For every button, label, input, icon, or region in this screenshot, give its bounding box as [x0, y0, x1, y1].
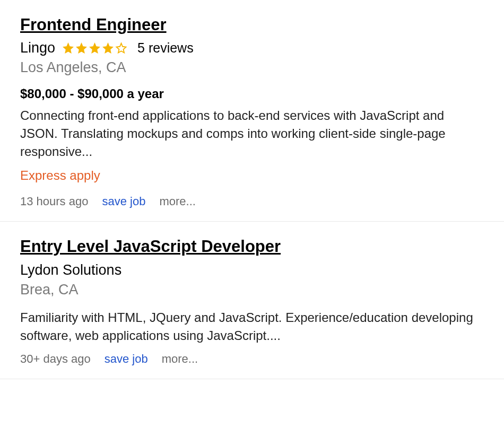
star-icon: [88, 41, 101, 55]
company-name[interactable]: Lydon Solutions: [20, 262, 121, 278]
job-description: Connecting front-end applications to bac…: [20, 107, 484, 161]
more-link[interactable]: more...: [159, 195, 195, 208]
express-apply-badge: Express apply: [20, 168, 484, 183]
star-icon: [101, 41, 115, 55]
star-outline-icon: [115, 41, 128, 55]
posted-time: 30+ days ago: [20, 352, 91, 366]
job-card: Entry Level JavaScript Developer Lydon S…: [0, 222, 504, 379]
star-icon: [62, 41, 75, 55]
job-card: Frontend Engineer Lingo 5 reviews Los An…: [0, 0, 504, 222]
star-icon: [75, 41, 88, 55]
company-row: Lydon Solutions: [20, 262, 484, 278]
job-meta-row: 30+ days ago save job more...: [20, 352, 484, 366]
job-location: Brea, CA: [20, 282, 484, 298]
job-title-link[interactable]: Frontend Engineer: [20, 15, 167, 34]
job-location: Los Angeles, CA: [20, 59, 484, 76]
job-meta-row: 13 hours ago save job more...: [20, 195, 484, 208]
more-link[interactable]: more...: [162, 352, 198, 366]
company-name[interactable]: Lingo: [20, 40, 55, 56]
save-job-link[interactable]: save job: [102, 195, 145, 208]
review-count[interactable]: 5 reviews: [137, 40, 194, 56]
job-salary: $80,000 - $90,000 a year: [20, 86, 484, 101]
company-row: Lingo 5 reviews: [20, 40, 484, 56]
posted-time: 13 hours ago: [20, 195, 88, 208]
save-job-link[interactable]: save job: [105, 352, 148, 366]
job-title-link[interactable]: Entry Level JavaScript Developer: [20, 237, 281, 256]
rating-stars[interactable]: [62, 41, 128, 55]
job-description: Familiarity with HTML, JQuery and JavaSc…: [20, 309, 484, 345]
